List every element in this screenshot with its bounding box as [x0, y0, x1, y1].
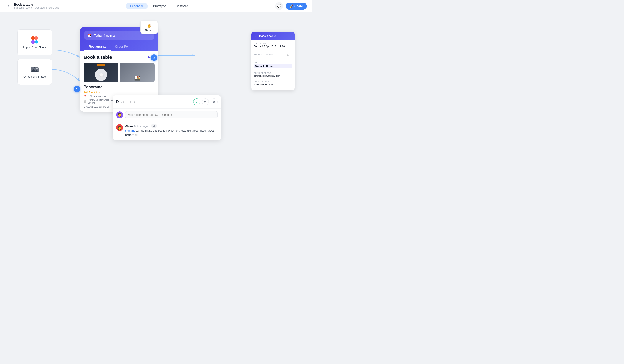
- topnav: ‹ Book a table Sugestio · 1 of 6 · Updat…: [0, 0, 312, 12]
- current-user-avatar: 🧑: [116, 112, 123, 118]
- fullname-field: FULL NAME Betty Phillips: [254, 62, 292, 68]
- resolve-button[interactable]: ✓: [193, 98, 200, 105]
- date-field: DATE & TIME Today, 06 Apr 2019 · 18:30: [254, 43, 292, 48]
- phone-label: PHONE NUMBER: [254, 81, 292, 83]
- discussion-title: Discussion: [116, 100, 134, 104]
- discussion-actions: ✓ 🗑 ✕: [193, 98, 217, 105]
- food-icon-2: 🍱: [134, 75, 141, 81]
- topnav-title-group: Book a table Sugestio · 1 of 6 · Updated…: [14, 3, 59, 9]
- rating-row: 4.2 ★★★★☆: [84, 90, 155, 93]
- comment-meta: Alexa 8 days ago • v1: [125, 124, 217, 128]
- commenter-avatar-icon: 👩: [117, 126, 122, 130]
- phone-tab-order[interactable]: Order Fo...: [111, 43, 135, 51]
- detail-title: Book a table: [259, 34, 276, 38]
- euro-icon: €: [84, 105, 85, 108]
- step-badge-3: 3: [151, 54, 157, 61]
- rocket-icon: 🚀: [289, 4, 293, 8]
- date-field-label: DATE & TIME: [254, 43, 292, 45]
- import-figma-label: Import from Figma: [23, 46, 46, 49]
- mention-mark: @mark: [125, 129, 135, 132]
- comment-author: Alexa: [125, 124, 133, 128]
- fullname-value: Betty Phillips: [254, 64, 292, 68]
- on-tap-bubble: ☝️ On tap: [140, 21, 158, 34]
- topnav-left: ‹ Book a table Sugestio · 1 of 6 · Updat…: [5, 3, 59, 9]
- guests-control: − 4 +: [283, 53, 292, 56]
- email-value: betty.phillips90@gmail.com: [254, 75, 292, 77]
- fullname-label: FULL NAME: [254, 62, 292, 64]
- date-bar-text: Today, 4 guests: [94, 34, 115, 37]
- back-button[interactable]: ‹: [5, 3, 11, 9]
- import-figma-card[interactable]: Import from Figma: [17, 29, 52, 55]
- on-tap-label: On tap: [145, 29, 153, 32]
- svg-rect-1: [31, 36, 35, 40]
- comment-time: 8 days ago: [134, 124, 148, 128]
- comment-input-row: 🧑: [113, 109, 221, 121]
- svg-rect-2: [35, 36, 38, 40]
- guests-row: Number of guests − 4 +: [254, 52, 292, 58]
- chat-button[interactable]: 💬: [275, 2, 283, 10]
- price-text: About €22 per person: [86, 105, 111, 108]
- add-image-label: Or add any image: [23, 75, 46, 78]
- email-field: EMAIL ADDRESS betty.phillips90@gmail.com: [254, 72, 292, 77]
- email-label: EMAIL ADDRESS: [254, 72, 292, 74]
- topnav-right: 💬 🚀 Share: [259, 2, 307, 10]
- field-sep-1: [254, 50, 292, 50]
- rating-number: 4.2: [84, 90, 88, 93]
- food-decor: [97, 64, 105, 66]
- add-image-card[interactable]: Or add any image: [17, 59, 52, 85]
- image-upload-icon: [31, 66, 39, 73]
- tab-compare[interactable]: Compare: [171, 3, 192, 9]
- page-meta: Sugestio · 1 of 6 · Updated 4 hours ago: [14, 6, 59, 9]
- section-title-row: Book a table: [84, 55, 155, 60]
- comment-input[interactable]: [125, 111, 217, 118]
- phone-field: PHONE NUMBER +385 492 481 5833: [254, 81, 292, 86]
- guests-plus-btn[interactable]: +: [290, 53, 292, 56]
- discussion-header: Discussion ✓ 🗑 ✕: [113, 95, 221, 109]
- food-images-row: 🍽️ 🍱: [84, 63, 155, 82]
- close-button[interactable]: ✕: [210, 98, 217, 105]
- canvas: Import from Figma Or add any image ☝️ On…: [0, 12, 312, 182]
- stars: ★★★★☆: [88, 91, 100, 93]
- comment-text: @mark can we make this section wider to …: [125, 129, 217, 137]
- svg-point-8: [36, 68, 38, 69]
- food-image-1: 🍽️: [84, 63, 118, 82]
- source-cards-group: Import from Figma Or add any image: [17, 29, 52, 85]
- comment-version: v1: [152, 124, 157, 128]
- topnav-tabs: Feedback Prototype Compare: [59, 3, 259, 9]
- commenter-avatar: 👩: [116, 124, 123, 131]
- comment-body: can we make this section wider to showca…: [125, 129, 214, 136]
- tab-feedback[interactable]: Feedback: [126, 3, 148, 9]
- plate-food-icon: 🍽️: [95, 69, 107, 81]
- phone-value: +385 492 481 5833: [254, 83, 292, 86]
- field-sep-3: [254, 70, 292, 71]
- discussion-panel: Discussion ✓ 🗑 ✕ 🧑 👩 Alexa 8 days ago •: [113, 95, 221, 140]
- detail-header: ← Book a table: [251, 32, 295, 40]
- figma-logo-icon: [31, 36, 39, 44]
- share-button[interactable]: 🚀 Share: [286, 3, 307, 10]
- guests-minus-btn[interactable]: −: [283, 53, 285, 56]
- section-title: Book a table: [84, 55, 112, 60]
- detail-back-icon: ←: [254, 34, 258, 38]
- detail-body: DATE & TIME Today, 06 Apr 2019 · 18:30 N…: [251, 40, 295, 90]
- comment-row: 👩 Alexa 8 days ago • v1 @mark can we mak…: [113, 121, 221, 140]
- phone-tab-restaurants[interactable]: Restaurants: [84, 43, 111, 51]
- restaurant-name: Panorama: [84, 85, 155, 89]
- avatar-placeholder: 🧑: [116, 112, 123, 118]
- food-image-2: 🍱: [120, 63, 155, 82]
- calendar-icon: 📅: [88, 33, 92, 37]
- dot-1: [148, 56, 150, 58]
- phone-nav-tabs: Restaurants Order Fo...: [84, 43, 154, 51]
- page-title: Book a table: [14, 3, 59, 6]
- comment-content: Alexa 8 days ago • v1 @mark can we make …: [125, 124, 217, 137]
- svg-rect-5: [31, 40, 35, 44]
- date-field-value: Today, 06 Apr 2019 · 18:30: [254, 45, 292, 48]
- field-sep-4: [254, 79, 292, 79]
- right-detail-area: ← Book a table DATE & TIME Today, 06 Apr…: [251, 32, 295, 90]
- delete-button[interactable]: 🗑: [202, 98, 209, 105]
- field-sep-2: [254, 60, 292, 60]
- meta-separator: •: [149, 124, 150, 128]
- comment-badge-1[interactable]: 1: [74, 86, 80, 92]
- tab-prototype[interactable]: Prototype: [149, 3, 170, 9]
- distance-text: 0.1km from you: [88, 95, 106, 98]
- pin-icon: 📍: [84, 95, 87, 98]
